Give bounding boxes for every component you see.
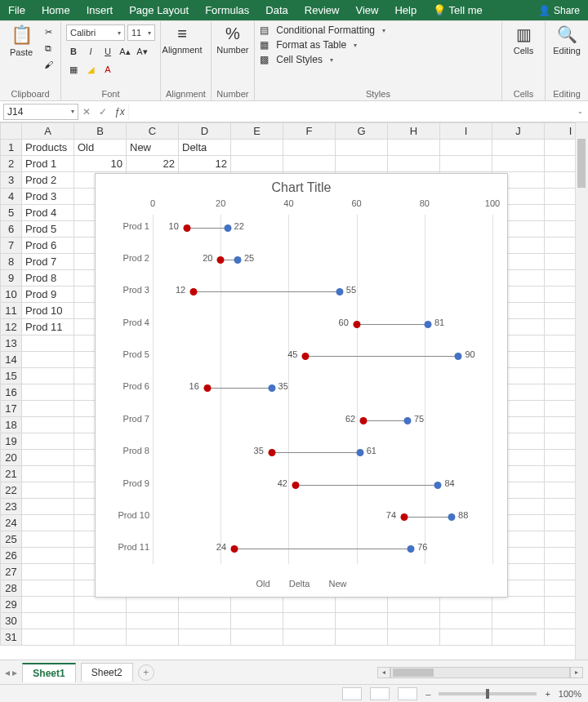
cell-F2[interactable] <box>283 156 336 172</box>
expand-formula-bar[interactable]: ⌄ <box>572 108 588 115</box>
cell-A15[interactable] <box>22 368 74 384</box>
row-header-28[interactable]: 28 <box>1 580 22 597</box>
format-painter-button[interactable]: 🖌 <box>41 57 56 72</box>
cell-F31[interactable] <box>283 629 336 646</box>
row-header-12[interactable]: 12 <box>1 319 22 335</box>
row-header-13[interactable]: 13 <box>1 335 22 352</box>
cell-A22[interactable] <box>22 482 74 499</box>
scrollbar-thumb[interactable] <box>577 139 586 188</box>
cell-A20[interactable] <box>22 450 74 466</box>
select-all-corner[interactable] <box>1 123 22 140</box>
row-header-21[interactable]: 21 <box>1 466 22 482</box>
cell-A17[interactable] <box>22 401 74 417</box>
scroll-left-button[interactable]: ◂ <box>377 667 390 678</box>
row-header-29[interactable]: 29 <box>1 597 22 613</box>
row-header-30[interactable]: 30 <box>1 613 22 629</box>
sheet-tab-2[interactable]: Sheet2 <box>81 663 133 682</box>
normal-view-button[interactable] <box>342 687 362 700</box>
cell-A27[interactable] <box>22 564 74 580</box>
col-header-F[interactable]: F <box>283 123 336 140</box>
tab-tellme[interactable]: 💡 Tell me <box>425 0 491 20</box>
cell-F1[interactable] <box>283 140 336 156</box>
cell-B30[interactable] <box>74 613 127 629</box>
row-header-14[interactable]: 14 <box>1 352 22 368</box>
cell-A8[interactable]: Prod 7 <box>22 254 74 270</box>
fx-icon[interactable]: ƒx <box>111 106 128 118</box>
cell-A16[interactable] <box>22 384 74 401</box>
hscroll-thumb[interactable] <box>393 669 434 677</box>
row-header-23[interactable]: 23 <box>1 499 22 515</box>
cell-I1[interactable] <box>440 140 492 156</box>
cell-H31[interactable] <box>388 629 440 646</box>
cell-A23[interactable] <box>22 499 74 515</box>
name-box[interactable]: J14▾ <box>3 104 78 120</box>
cell-J30[interactable] <box>492 613 545 629</box>
cell-A24[interactable] <box>22 515 74 531</box>
page-layout-view-button[interactable] <box>370 687 390 700</box>
cell-D31[interactable] <box>179 629 231 646</box>
row-header-17[interactable]: 17 <box>1 401 22 417</box>
cell-A9[interactable]: Prod 8 <box>22 270 74 287</box>
cell-E1[interactable] <box>231 140 283 156</box>
tab-share[interactable]: 👤Share <box>530 0 588 20</box>
vertical-scrollbar[interactable] <box>575 122 588 660</box>
font-name-select[interactable]: Calibri▾ <box>66 24 125 41</box>
cell-C29[interactable] <box>127 597 179 613</box>
cell-A7[interactable]: Prod 6 <box>22 238 74 254</box>
cell-E29[interactable] <box>231 597 283 613</box>
cell-C1[interactable]: New <box>127 140 179 156</box>
cell-J31[interactable] <box>492 629 545 646</box>
cut-button[interactable]: ✂ <box>41 24 56 39</box>
cell-A12[interactable]: Prod 11 <box>22 319 74 335</box>
cell-A21[interactable] <box>22 466 74 482</box>
cell-G31[interactable] <box>336 629 388 646</box>
row-header-1[interactable]: 1 <box>1 140 22 156</box>
cell-J1[interactable] <box>492 140 545 156</box>
bold-button[interactable]: B <box>66 44 81 59</box>
zoom-in-button[interactable]: + <box>545 689 550 699</box>
col-header-B[interactable]: B <box>74 123 127 140</box>
chart-title[interactable]: Chart Title <box>96 174 507 198</box>
col-header-J[interactable]: J <box>492 123 545 140</box>
zoom-out-button[interactable]: – <box>425 689 430 699</box>
row-header-15[interactable]: 15 <box>1 368 22 384</box>
cell-A26[interactable] <box>22 548 74 564</box>
cell-A25[interactable] <box>22 531 74 548</box>
editing-button[interactable]: 🔍Editing <box>550 24 583 56</box>
cell-F29[interactable] <box>283 597 336 613</box>
cell-B1[interactable]: Old <box>74 140 127 156</box>
row-header-19[interactable]: 19 <box>1 433 22 450</box>
row-header-5[interactable]: 5 <box>1 205 22 221</box>
row-header-8[interactable]: 8 <box>1 254 22 270</box>
cell-A2[interactable]: Prod 1 <box>22 156 74 172</box>
cell-D29[interactable] <box>179 597 231 613</box>
number-button[interactable]: %Number <box>216 24 249 55</box>
cell-A13[interactable] <box>22 335 74 352</box>
scroll-right-button[interactable]: ▸ <box>570 667 583 678</box>
row-header-27[interactable]: 27 <box>1 564 22 580</box>
tab-data[interactable]: Data <box>257 0 296 20</box>
cell-G29[interactable] <box>336 597 388 613</box>
col-header-I[interactable]: I <box>440 123 492 140</box>
cell-A19[interactable] <box>22 433 74 450</box>
cell-A18[interactable] <box>22 417 74 433</box>
cell-I29[interactable] <box>440 597 492 613</box>
row-header-3[interactable]: 3 <box>1 172 22 189</box>
cell-A3[interactable]: Prod 2 <box>22 172 74 189</box>
formula-input[interactable] <box>128 104 572 120</box>
underline-button[interactable]: U <box>100 44 115 59</box>
cell-E31[interactable] <box>231 629 283 646</box>
cell-E30[interactable] <box>231 613 283 629</box>
font-size-select[interactable]: 11▾ <box>127 24 155 41</box>
cell-A1[interactable]: Products <box>22 140 74 156</box>
paste-button[interactable]: 📋 Paste <box>5 24 38 57</box>
cell-F30[interactable] <box>283 613 336 629</box>
sheet-tab-1[interactable]: Sheet1 <box>22 663 75 682</box>
horizontal-scrollbar[interactable]: ◂ ▸ <box>159 667 583 678</box>
add-sheet-button[interactable]: + <box>138 664 154 681</box>
cell-D30[interactable] <box>179 613 231 629</box>
sheet-nav-arrows[interactable]: ◂ ▸ <box>5 667 17 678</box>
zoom-level[interactable]: 100% <box>559 689 581 699</box>
cell-G30[interactable] <box>336 613 388 629</box>
tab-review[interactable]: Review <box>296 0 348 20</box>
